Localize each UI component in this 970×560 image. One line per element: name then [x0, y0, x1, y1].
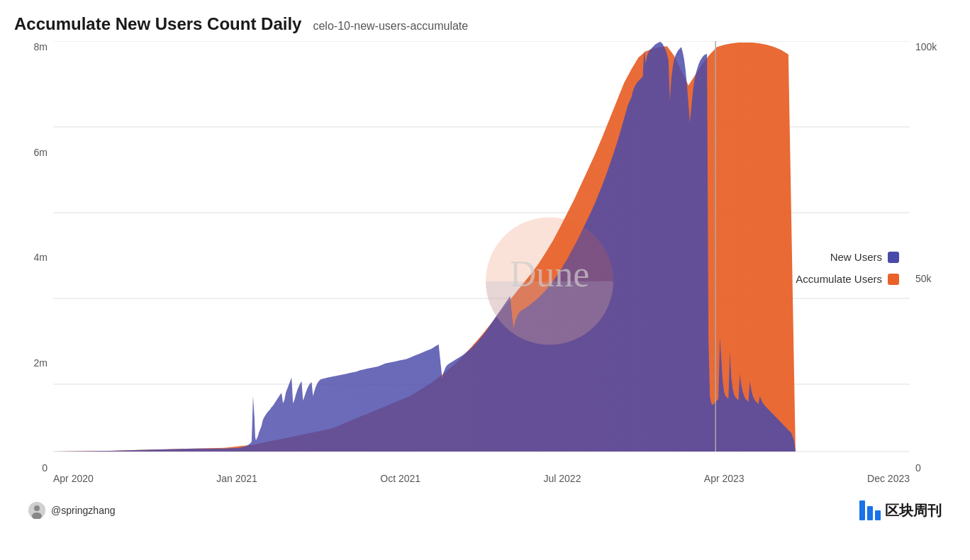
legend: New Users Accumulate Users [796, 251, 899, 285]
brand-bar-1 [859, 500, 865, 520]
svg-point-11 [34, 505, 40, 511]
y-axis-right: 100k 50k 0 [910, 41, 956, 495]
brand-bar-2 [867, 506, 873, 520]
legend-item-new-users: New Users [796, 251, 899, 263]
x-label-apr2023: Apr 2023 [704, 473, 745, 491]
legend-label-accumulate-users: Accumulate Users [796, 273, 882, 285]
chart-inner: Dune Apr 2020 Jan 2021 Oct 2021 Jul 2022… [53, 41, 910, 495]
brand-bar-3 [875, 510, 881, 520]
legend-dot-accumulate-users [888, 274, 899, 285]
x-label-jul2022: Jul 2022 [543, 473, 581, 491]
x-axis-labels: Apr 2020 Jan 2021 Oct 2021 Jul 2022 Apr … [53, 470, 910, 491]
x-label-apr2020: Apr 2020 [53, 473, 94, 491]
legend-label-new-users: New Users [830, 251, 882, 263]
y-right-label-0: 0 [915, 462, 921, 474]
chart-area: 8m 6m 4m 2m 0 [14, 41, 956, 495]
y-left-label-6m: 6m [34, 147, 48, 158]
brand-bars-icon [859, 500, 881, 520]
x-label-oct2021: Oct 2021 [380, 473, 420, 491]
y-right-label-50k: 50k [915, 273, 932, 284]
chart-subtitle: celo-10-new-users-accumulate [313, 20, 468, 33]
legend-dot-new-users [888, 252, 899, 263]
title-row: Accumulate New Users Count Daily celo-10… [14, 14, 956, 34]
y-left-label-8m: 8m [34, 41, 48, 52]
author-handle: @springzhang [51, 505, 116, 516]
avatar [28, 502, 45, 519]
y-left-label-0: 0 [42, 462, 48, 474]
chart-title: Accumulate New Users Count Daily [14, 14, 301, 34]
author-section: @springzhang [28, 502, 116, 519]
footer: @springzhang 区块周刊 [14, 495, 956, 523]
y-axis-left: 8m 6m 4m 2m 0 [14, 41, 53, 495]
legend-item-accumulate-users: Accumulate Users [796, 273, 899, 285]
x-label-jan2021: Jan 2021 [216, 473, 257, 491]
chart-container: Accumulate New Users Count Daily celo-10… [0, 0, 970, 560]
y-left-label-2m: 2m [34, 357, 48, 369]
chart-svg [53, 41, 910, 470]
brand-logo: 区块周刊 [859, 500, 942, 520]
x-label-dec2023: Dec 2023 [867, 473, 910, 491]
y-right-label-100k: 100k [915, 41, 937, 52]
new-users-area [53, 42, 796, 452]
brand-text: 区块周刊 [885, 501, 942, 520]
y-left-label-4m: 4m [34, 252, 48, 263]
